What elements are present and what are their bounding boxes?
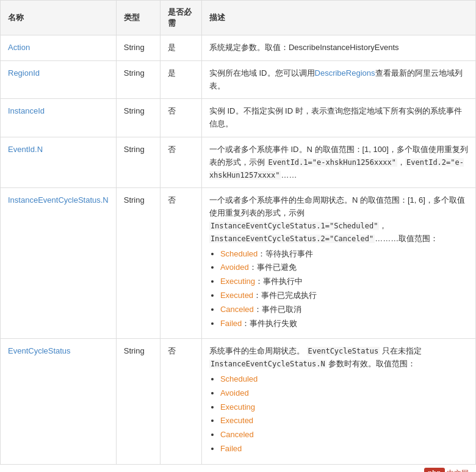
table-row: EventCycleStatus String 否 系统事件的生命周期状态。 E… <box>1 339 476 464</box>
list-item: Executing <box>220 401 468 414</box>
describe-regions-link[interactable]: DescribeRegions <box>315 68 375 78</box>
cell-desc-instanceeventcyclestatus: 一个或者多个系统事件的生命周期状态。N 的取值范围：[1, 6]，多个取值使用重… <box>201 188 475 339</box>
action-link[interactable]: Action <box>8 43 30 52</box>
list-item: Scheduled：等待执行事件 <box>220 248 468 261</box>
cell-type-eventcyclestatus: String <box>116 339 160 464</box>
list-item: Executed：事件已完成执行 <box>220 289 468 302</box>
code-status2: InstanceEventCycleStatus.2="Canceled" <box>209 234 375 243</box>
status-failed: Failed <box>220 319 242 328</box>
cell-name-action: Action <box>1 35 117 61</box>
status-list-1: Scheduled：等待执行事件 Avoided：事件已避免 Executing… <box>220 248 468 330</box>
list-item: Failed <box>220 443 468 456</box>
status2-canceled: Canceled <box>220 430 254 439</box>
cell-required-instanceid: 否 <box>160 99 201 137</box>
footer-badge: php <box>424 468 445 472</box>
table-row: EventId.N String 否 一个或者多个系统事件 ID。N 的取值范围… <box>1 137 476 187</box>
table-row: RegionId String 是 实例所在地域 ID。您可以调用Describ… <box>1 60 476 99</box>
list-item: Avoided <box>220 387 468 400</box>
cell-type-action: String <box>116 35 160 61</box>
cell-required-action: 是 <box>160 35 201 61</box>
list-item: Executing：事件执行中 <box>220 275 468 288</box>
regionid-link[interactable]: RegionId <box>8 68 40 78</box>
eventidn-link[interactable]: EventId.N <box>8 145 43 154</box>
cell-required-eventcyclestatus: 否 <box>160 339 201 464</box>
cell-name-eventidn: EventId.N <box>1 137 117 187</box>
cell-name-eventcyclestatus: EventCycleStatus <box>1 339 117 464</box>
cell-desc-instanceid: 实例 ID。不指定实例 ID 时，表示查询您指定地域下所有实例的系统事件信息。 <box>201 99 475 137</box>
cell-desc-action: 系统规定参数。取值：DescribeInstanceHistoryEvents <box>201 35 475 61</box>
cell-required-regionid: 是 <box>160 60 201 99</box>
table-row: InstanceEventCycleStatus.N String 否 一个或者… <box>1 188 476 339</box>
cell-type-instanceid: String <box>116 99 160 137</box>
list-item: Executed <box>220 415 468 427</box>
cell-type-regionid: String <box>116 60 160 99</box>
cell-name-instanceeventcyclestatus: InstanceEventCycleStatus.N <box>1 188 117 339</box>
cell-required-instanceeventcyclestatus: 否 <box>160 188 201 339</box>
cell-name-regionid: RegionId <box>1 60 117 99</box>
header-required: 是否必需 <box>160 1 201 35</box>
code-status1: InstanceEventCycleStatus.1="Scheduled" <box>209 222 380 230</box>
list-item: Avoided：事件已避免 <box>220 261 468 274</box>
cell-desc-eventcyclestatus: 系统事件的生命周期状态。 EventCycleStatus 只在未指定 Inst… <box>201 339 475 464</box>
code-instanceeventcyclestatus-ref: InstanceEventCycleStatus.N <box>209 360 326 368</box>
instanceeventcyclestatus-link[interactable]: InstanceEventCycleStatus.N <box>8 195 109 205</box>
table-row: InstanceId String 否 实例 ID。不指定实例 ID 时，表示查… <box>1 99 476 137</box>
footer: php 中文网 <box>0 465 476 472</box>
cell-required-eventidn: 否 <box>160 137 201 187</box>
list-item: Canceled <box>220 429 468 441</box>
header-desc: 描述 <box>201 1 475 35</box>
status2-avoided: Avoided <box>220 388 249 398</box>
status2-failed: Failed <box>220 444 242 453</box>
status2-scheduled: Scheduled <box>220 374 258 383</box>
header-type: 类型 <box>116 1 160 35</box>
code-eventid1: EventId.1="e-xhskHun1256xxxx" <box>267 158 398 167</box>
status-canceled: Canceled <box>220 305 254 314</box>
cell-desc-regionid: 实例所在地域 ID。您可以调用DescribeRegions查看最新的阿里云地域… <box>201 60 475 99</box>
cell-name-instanceid: InstanceId <box>1 99 117 137</box>
table-row: Action String 是 系统规定参数。取值：DescribeInstan… <box>1 35 476 61</box>
status-executing: Executing <box>220 277 255 286</box>
code-eventcyclestatus: EventCycleStatus <box>307 347 380 355</box>
cell-type-eventidn: String <box>116 137 160 187</box>
status-executed: Executed <box>220 291 253 300</box>
status-avoided: Avoided <box>220 263 249 272</box>
cell-desc-eventidn: 一个或者多个系统事件 ID。N 的取值范围：[1, 100]，多个取值使用重复列… <box>201 137 475 187</box>
instanceid-link[interactable]: InstanceId <box>8 106 45 115</box>
list-item: Scheduled <box>220 373 468 386</box>
list-item: Canceled：事件已取消 <box>220 303 468 316</box>
list-item: Failed：事件执行失败 <box>220 318 468 330</box>
status2-executed: Executed <box>220 416 253 425</box>
header-name: 名称 <box>1 1 117 35</box>
cell-type-instanceeventcyclestatus: String <box>116 188 160 339</box>
eventcyclestatus-link[interactable]: EventCycleStatus <box>8 346 71 355</box>
status2-executing: Executing <box>220 402 255 412</box>
status-scheduled: Scheduled <box>220 249 258 258</box>
status-list-2: Scheduled Avoided Executing Executed Can… <box>220 373 468 456</box>
